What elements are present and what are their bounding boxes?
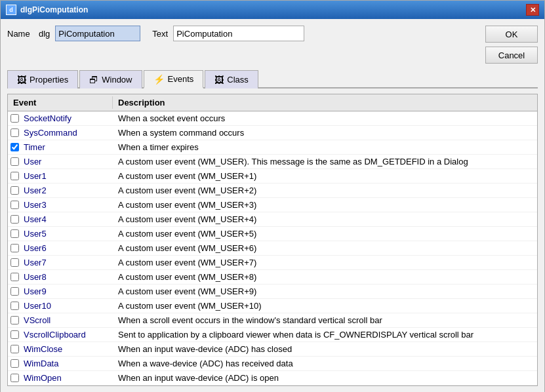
event-checkbox[interactable] [10, 143, 19, 151]
table-row: User9A custom user event (WM_USER+9) [8, 284, 537, 299]
tab-properties[interactable]: 🖼 Properties [7, 70, 78, 88]
event-name: User [21, 155, 113, 168]
event-name: User6 [21, 242, 113, 254]
event-checkbox[interactable] [10, 229, 19, 238]
event-checkbox[interactable] [10, 302, 19, 310]
event-description: When a timer expires [113, 141, 537, 153]
event-description: A custom user event (WM_USER+10) [113, 300, 537, 312]
table-row: User3A custom user event (WM_USER+3) [8, 198, 537, 212]
event-description: A custom user event (WM_USER+6) [113, 242, 537, 254]
event-description: When an input wave-device (ADC) is open [113, 372, 537, 384]
event-description: A custom user event (WM_USER+3) [113, 199, 537, 211]
table-row: User10A custom user event (WM_USER+10) [8, 299, 537, 313]
event-checkbox[interactable] [10, 157, 19, 166]
table-row: User4A custom user event (WM_USER+4) [8, 212, 537, 227]
event-checkbox[interactable] [10, 128, 19, 137]
row-checkbox-cell [8, 172, 21, 180]
event-checkbox[interactable] [10, 374, 19, 382]
event-name: Timer [21, 141, 113, 153]
row-checkbox-cell [8, 374, 21, 382]
event-checkbox[interactable] [10, 330, 19, 339]
event-name: VScroll [21, 314, 113, 326]
event-checkbox[interactable] [10, 287, 19, 296]
event-name: WimData [21, 357, 113, 370]
title-text: dlgPiComputation [20, 5, 88, 14]
event-description: A custom user event (WM_USER+2) [113, 184, 537, 197]
event-checkbox[interactable] [10, 273, 19, 281]
events-table: Event Description SocketNotifyWhen a soc… [7, 94, 538, 386]
ok-button[interactable]: OK [485, 26, 538, 43]
event-checkbox[interactable] [10, 201, 19, 209]
tabs-row: 🖼 Properties 🗗 Window ⚡ Events 🖼 Class [7, 69, 538, 88]
name-label: Name [7, 29, 33, 39]
event-name: User5 [21, 227, 113, 240]
event-checkbox[interactable] [10, 172, 19, 180]
table-row: VScrollWhen a scroll event occurs in the… [8, 313, 537, 328]
event-checkbox[interactable] [10, 244, 19, 252]
event-name: User9 [21, 285, 113, 298]
event-description: A custom user event (WM_USER). This mess… [113, 155, 537, 168]
event-description: When a wave-device (ADC) has received da… [113, 357, 537, 370]
events-icon: ⚡ [153, 74, 165, 85]
event-name: SysCommand [21, 127, 113, 139]
table-row: UserA custom user event (WM_USER). This … [8, 155, 537, 169]
table-row: User5A custom user event (WM_USER+5) [8, 227, 537, 241]
tab-class-label: Class [227, 75, 249, 85]
table-row: SysCommandWhen a system command occurs [8, 126, 537, 140]
table-header: Event Description [8, 94, 537, 111]
row-checkbox-cell [8, 157, 21, 166]
event-description: Sent to application by a clipboard viewe… [113, 328, 537, 341]
row-checkbox-cell [8, 359, 21, 368]
table-row: SocketNotifyWhen a socket event occurs [8, 111, 537, 126]
event-name: User1 [21, 170, 113, 182]
event-description: When a scroll event occurs in the window… [113, 314, 537, 326]
row-checkbox-cell [8, 316, 21, 324]
row-checkbox-cell [8, 273, 21, 281]
event-name: WimOpen [21, 372, 113, 384]
name-input[interactable] [55, 26, 140, 41]
event-name: User3 [21, 199, 113, 211]
text-input[interactable] [173, 26, 304, 41]
event-description: When an input wave-device (ADC) has clos… [113, 343, 537, 355]
event-description: A custom user event (WM_USER+1) [113, 170, 537, 182]
event-description: When a socket event occurs [113, 112, 537, 125]
event-checkbox[interactable] [10, 359, 19, 368]
row-checkbox-cell [8, 201, 21, 209]
event-checkbox[interactable] [10, 258, 19, 267]
row-checkbox-cell [8, 128, 21, 137]
event-checkbox[interactable] [10, 114, 19, 123]
event-checkbox[interactable] [10, 316, 19, 324]
table-row: User6A custom user event (WM_USER+6) [8, 241, 537, 256]
event-name: User10 [21, 300, 113, 312]
tab-class[interactable]: 🖼 Class [205, 70, 258, 88]
table-row: WimCloseWhen an input wave-device (ADC) … [8, 342, 537, 357]
tab-events[interactable]: ⚡ Events [144, 70, 204, 88]
title-bar-left: d dlgPiComputation [6, 5, 88, 15]
row-checkbox-cell [8, 244, 21, 252]
row-checkbox-cell [8, 330, 21, 339]
close-button[interactable]: ✕ [526, 4, 539, 16]
event-checkbox[interactable] [10, 345, 19, 353]
tab-window[interactable]: 🗗 Window [79, 70, 142, 88]
title-bar: d dlgPiComputation ✕ [1, 1, 544, 19]
name-section: Name dlg Text [7, 26, 485, 41]
event-checkbox[interactable] [10, 215, 19, 224]
properties-icon: 🖼 [17, 75, 26, 85]
row-checkbox-cell [8, 258, 21, 267]
tab-events-label: Events [168, 74, 194, 84]
text-label: Text [152, 29, 168, 39]
event-name: User4 [21, 213, 113, 225]
event-description: A custom user event (WM_USER+5) [113, 227, 537, 240]
event-name: User8 [21, 271, 113, 283]
dialog-body: Name dlg Text OK Cancel 🖼 Properties 🗗 W… [1, 19, 544, 392]
event-checkbox[interactable] [10, 186, 19, 195]
cancel-button[interactable]: Cancel [485, 47, 538, 64]
row-checkbox-cell [8, 186, 21, 195]
main-dialog: d dlgPiComputation ✕ Name dlg Text OK Ca… [0, 0, 545, 392]
tab-properties-label: Properties [30, 75, 68, 85]
row-checkbox-cell [8, 302, 21, 310]
app-icon: d [6, 5, 16, 15]
table-row: User8A custom user event (WM_USER+8) [8, 270, 537, 284]
table-body[interactable]: SocketNotifyWhen a socket event occursSy… [8, 111, 537, 385]
table-row: WimDataWhen a wave-device (ADC) has rece… [8, 357, 537, 371]
